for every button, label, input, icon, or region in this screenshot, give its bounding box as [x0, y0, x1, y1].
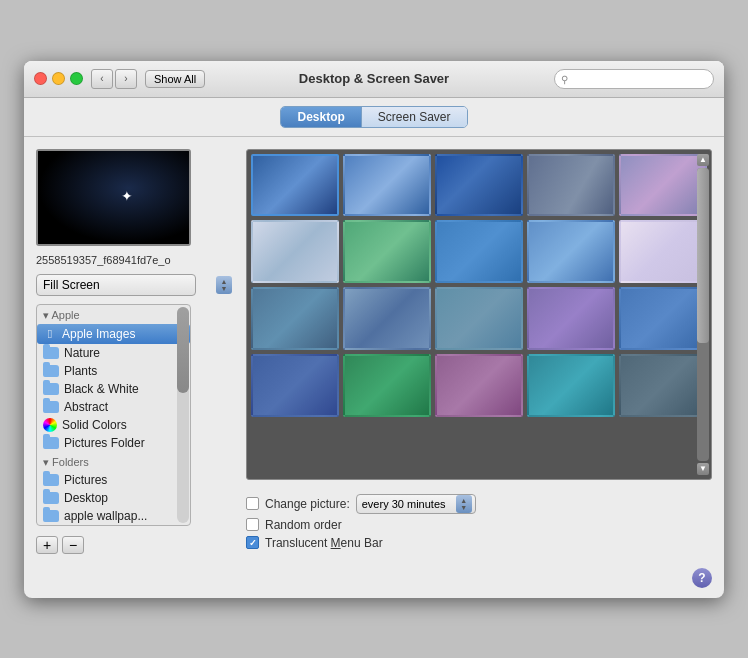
- traffic-lights: [34, 72, 83, 85]
- sidebar-item-plants[interactable]: Plants: [37, 362, 190, 380]
- folder-icon: [43, 365, 59, 377]
- random-order-checkbox[interactable]: [246, 518, 259, 531]
- wallpaper-thumb-2[interactable]: [435, 154, 523, 217]
- wallpaper-thumb-14[interactable]: [619, 287, 707, 350]
- random-order-row: Random order: [246, 516, 712, 534]
- left-panel: ✦ 2558519357_f68941fd7e_o Fill Screen Fi…: [36, 149, 236, 556]
- sidebar-scrollbar[interactable]: [177, 307, 189, 523]
- wallpaper-thumb-17[interactable]: [435, 354, 523, 417]
- dropdown-arrow-icon: ▲ ▼: [216, 276, 232, 294]
- search-icon: ⚲: [561, 73, 568, 84]
- random-order-label: Random order: [265, 518, 342, 532]
- translucent-checkbox[interactable]: [246, 536, 259, 549]
- sidebar-item-label: Pictures: [64, 473, 107, 487]
- window-title: Desktop & Screen Saver: [299, 71, 449, 86]
- sidebar-item-label: Plants: [64, 364, 97, 378]
- sidebar-item-abstract[interactable]: Abstract: [37, 398, 190, 416]
- scroll-down-arrow[interactable]: ▼: [697, 463, 709, 475]
- sidebar-section-apple: ▾ Apple: [37, 305, 190, 324]
- scrollbar-track: [177, 307, 189, 523]
- folder-icon: [43, 383, 59, 395]
- search-input[interactable]: [575, 73, 705, 85]
- right-panel: ▲ ▼ Change picture: every 5 seconds ever…: [246, 149, 712, 556]
- wallpaper-grid-container: ▲ ▼: [246, 149, 712, 480]
- nav-buttons: ‹ ›: [91, 69, 137, 89]
- preview-image: ✦: [38, 151, 189, 244]
- tab-desktop[interactable]: Desktop: [281, 107, 361, 127]
- wallpaper-thumb-1[interactable]: [343, 154, 431, 217]
- color-wheel-icon: [43, 418, 57, 432]
- wallpaper-scrollbar[interactable]: ▲ ▼: [697, 154, 709, 475]
- wallpaper-thumb-3[interactable]: [527, 154, 615, 217]
- bottom-row: ?: [24, 568, 724, 598]
- tab-screensaver[interactable]: Screen Saver: [362, 107, 467, 127]
- translucent-label: Translucent Menu Bar: [265, 536, 383, 550]
- sidebar-item-label: apple wallpap...: [64, 509, 147, 523]
- scroll-track: [697, 168, 709, 461]
- wallpaper-thumb-0[interactable]: [251, 154, 339, 217]
- minimize-button[interactable]: [52, 72, 65, 85]
- wallpaper-thumb-13[interactable]: [527, 287, 615, 350]
- folder-icon: [43, 347, 59, 359]
- sidebar-item-label: Desktop: [64, 491, 108, 505]
- wallpaper-thumb-15[interactable]: [251, 354, 339, 417]
- wallpaper-thumb-19[interactable]: [619, 354, 707, 417]
- forward-button[interactable]: ›: [115, 69, 137, 89]
- folder-icon: [43, 474, 59, 486]
- preview-star: ✦: [121, 188, 133, 204]
- titlebar: ‹ › Show All Desktop & Screen Saver ⚲: [24, 61, 724, 98]
- bottom-options: Change picture: every 5 seconds every mi…: [246, 488, 712, 556]
- remove-source-button[interactable]: −: [62, 536, 84, 554]
- wallpaper-thumb-10[interactable]: [251, 287, 339, 350]
- search-box[interactable]: ⚲: [554, 69, 714, 89]
- interval-dropdown[interactable]: every 5 seconds every minute every 5 min…: [356, 494, 476, 514]
- scroll-thumb: [697, 168, 709, 344]
- wallpaper-thumb-11[interactable]: [343, 287, 431, 350]
- help-button[interactable]: ?: [692, 568, 712, 588]
- sidebar-item-nature[interactable]: Nature: [37, 344, 190, 362]
- wallpaper-thumb-5[interactable]: [251, 220, 339, 283]
- scrollbar-thumb: [177, 307, 189, 393]
- show-all-button[interactable]: Show All: [145, 70, 205, 88]
- wallpaper-thumb-9[interactable]: [619, 220, 707, 283]
- main-window: ‹ › Show All Desktop & Screen Saver ⚲ De…: [24, 61, 724, 598]
- sidebar-item-solid-colors[interactable]: Solid Colors: [37, 416, 190, 434]
- sidebar-item-black-white[interactable]: Black & White: [37, 380, 190, 398]
- sidebar-bottom: + −: [36, 534, 236, 556]
- sidebar-item-pictures-folder[interactable]: Pictures Folder: [37, 434, 190, 452]
- sidebar-item-desktop[interactable]: Desktop: [37, 489, 190, 507]
- add-source-button[interactable]: +: [36, 536, 58, 554]
- close-button[interactable]: [34, 72, 47, 85]
- back-button[interactable]: ‹: [91, 69, 113, 89]
- folder-icon: [43, 510, 59, 522]
- wallpaper-thumb-16[interactable]: [343, 354, 431, 417]
- sidebar-item-apple-wallpap[interactable]: apple wallpap...: [37, 507, 190, 525]
- folder-icon: [43, 437, 59, 449]
- sidebar-item-label: Pictures Folder: [64, 436, 145, 450]
- wallpaper-thumb-4[interactable]: [619, 154, 707, 217]
- sidebar-item-pictures[interactable]: Pictures: [37, 471, 190, 489]
- sidebar-item-label: Apple Images: [62, 327, 135, 341]
- wallpaper-thumb-7[interactable]: [435, 220, 523, 283]
- sidebar-item-label: Nature: [64, 346, 100, 360]
- sidebar-item-apple-images[interactable]:  Apple Images: [37, 324, 190, 344]
- content-area: ✦ 2558519357_f68941fd7e_o Fill Screen Fi…: [24, 137, 724, 568]
- translucent-row: Translucent Menu Bar: [246, 534, 712, 552]
- wallpaper-thumb-6[interactable]: [343, 220, 431, 283]
- translucent-underline: M: [331, 536, 341, 550]
- change-picture-checkbox[interactable]: [246, 497, 259, 510]
- fill-mode-dropdown[interactable]: Fill Screen Fit to Screen Stretch to Fil…: [36, 274, 196, 296]
- wallpaper-thumb-18[interactable]: [527, 354, 615, 417]
- change-picture-row: Change picture: every 5 seconds every mi…: [246, 492, 712, 516]
- change-picture-label: Change picture:: [265, 497, 350, 511]
- tab-switcher: Desktop Screen Saver: [280, 106, 467, 128]
- scroll-up-arrow[interactable]: ▲: [697, 154, 709, 166]
- folder-icon: [43, 492, 59, 504]
- wallpaper-thumb-8[interactable]: [527, 220, 615, 283]
- fill-mode-dropdown-wrapper: Fill Screen Fit to Screen Stretch to Fil…: [36, 274, 236, 296]
- wallpaper-thumb-12[interactable]: [435, 287, 523, 350]
- maximize-button[interactable]: [70, 72, 83, 85]
- apple-icon: : [43, 326, 57, 342]
- sidebar-list: ▾ Apple  Apple Images Nature Plants: [37, 305, 190, 525]
- sidebar-item-label: Solid Colors: [62, 418, 127, 432]
